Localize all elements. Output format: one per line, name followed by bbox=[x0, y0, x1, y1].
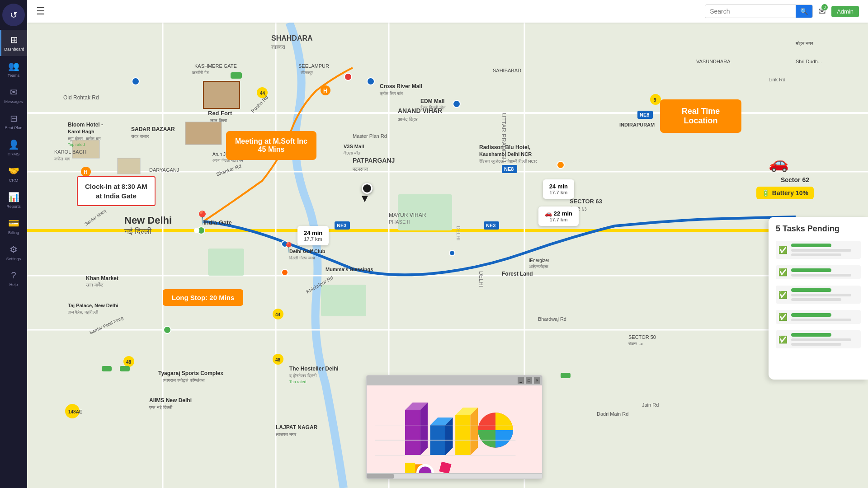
admin-button[interactable]: Admin bbox=[831, 6, 859, 17]
sidebar-item-reports[interactable]: 📊 Reports bbox=[0, 187, 27, 213]
task-item-5[interactable]: ✅ bbox=[776, 330, 861, 348]
svg-text:ईस्ट दिल्ली मॉल: ईस्ट दिल्ली मॉल bbox=[420, 105, 446, 110]
svg-text:MAYUR VIHAR: MAYUR VIHAR bbox=[389, 212, 426, 218]
svg-text:SECTOR 63: SECTOR 63 bbox=[570, 198, 602, 205]
task-lines-4 bbox=[791, 313, 858, 321]
clock-in-line2: at India Gate bbox=[85, 191, 147, 201]
map-container[interactable]: SHAHDARA शाहदरा ANAND VIHAR आनंद विहार P… bbox=[27, 23, 868, 488]
battery-label: Battery 10% bbox=[772, 189, 808, 197]
sidebar-item-hrms[interactable]: 👤 HRMS bbox=[0, 135, 27, 161]
sidebar-item-dashboard[interactable]: ⊞ Dashboard bbox=[0, 30, 27, 56]
sector-62-label: Sector 62 bbox=[781, 176, 809, 183]
svg-text:Shri Dudh...: Shri Dudh... bbox=[796, 59, 822, 64]
svg-text:DELHI: DELHI bbox=[456, 226, 461, 240]
chart-scrollbar[interactable] bbox=[367, 473, 542, 479]
hamburger-menu[interactable]: ☰ bbox=[36, 5, 45, 17]
topbar: ☰ 🔍 ✉ 0 Admin bbox=[27, 0, 868, 23]
svg-text:DELHI: DELHI bbox=[478, 271, 484, 287]
svg-text:एम्स नई दिल्ली: एम्स नई दिल्ली bbox=[149, 405, 173, 410]
settings-icon: ⚙ bbox=[9, 244, 18, 255]
svg-text:LAJPAT NAGAR: LAJPAT NAGAR bbox=[276, 424, 318, 431]
chart-window[interactable]: _ □ × bbox=[366, 375, 542, 479]
dist1: 17.7 km bbox=[549, 190, 568, 195]
svg-text:Bhardwaj Rd: Bhardwaj Rd bbox=[538, 316, 566, 322]
real-time-location-box: Real Time Location bbox=[660, 99, 741, 133]
svg-text:VASUNDHARA: VASUNDHARA bbox=[696, 59, 731, 64]
task-line2-1 bbox=[791, 249, 851, 252]
svg-text:खान मार्केट: खान मार्केट bbox=[85, 282, 104, 287]
long-stop-box: Long Stop: 20 Mins bbox=[163, 289, 243, 306]
task-item-3[interactable]: ✅ bbox=[776, 286, 861, 304]
messages-icon: ✉ bbox=[10, 87, 18, 98]
svg-text:सदर बाज़ार: सदर बाज़ार bbox=[131, 134, 149, 139]
task-line1-1 bbox=[791, 244, 831, 247]
task-line2-2 bbox=[791, 274, 851, 277]
svg-text:ब्लूम होटल - करोल बाग: ब्लूम होटल - करोल बाग bbox=[67, 136, 101, 141]
svg-point-127 bbox=[367, 78, 374, 85]
svg-text:SAHIBABAD: SAHIBABAD bbox=[493, 68, 521, 73]
sidebar-item-teams[interactable]: 👥 Teams bbox=[0, 56, 27, 82]
svg-text:दिल्ली गोल्फ क्लब: दिल्ली गोल्फ क्लब bbox=[289, 255, 315, 260]
search-box: 🔍 bbox=[705, 5, 813, 18]
sidebar-label-beat-plan: Beat Plan bbox=[5, 126, 22, 130]
svg-marker-140 bbox=[420, 403, 428, 455]
chart-titlebar: _ □ × bbox=[367, 375, 542, 385]
sidebar-item-help[interactable]: ? Help bbox=[0, 266, 27, 291]
svg-text:9: 9 bbox=[654, 98, 656, 103]
svg-text:NE3: NE3 bbox=[486, 223, 495, 228]
battery-box: 🔋 Battery 10% bbox=[756, 187, 814, 199]
sidebar-logo[interactable]: ↺ bbox=[2, 4, 25, 26]
svg-text:148AE: 148AE bbox=[68, 409, 82, 414]
reports-icon: 📊 bbox=[8, 192, 19, 202]
svg-text:Bloom Hotel -: Bloom Hotel - bbox=[68, 122, 103, 128]
svg-text:AIIMS New Delhi: AIIMS New Delhi bbox=[149, 397, 192, 404]
chart-minimize-btn[interactable]: _ bbox=[518, 377, 524, 384]
main-content: ☰ 🔍 ✉ 0 Admin bbox=[27, 0, 868, 488]
chart-scrollbar-thumb[interactable] bbox=[367, 474, 394, 479]
svg-text:EDM Mall: EDM Mall bbox=[420, 98, 444, 104]
task-line3-1 bbox=[791, 253, 841, 256]
car-marker: 🚗 bbox=[769, 154, 789, 173]
task-item-4[interactable]: ✅ bbox=[776, 310, 861, 324]
svg-rect-12 bbox=[321, 285, 366, 316]
task-line2-3 bbox=[791, 294, 851, 296]
sidebar-label-billing: Billing bbox=[8, 230, 19, 235]
stop-pin: 📍 bbox=[283, 242, 295, 253]
svg-rect-117 bbox=[120, 366, 130, 371]
task-item-2[interactable]: ✅ bbox=[776, 265, 861, 279]
svg-point-126 bbox=[132, 78, 139, 85]
task-check-icon-3: ✅ bbox=[778, 291, 788, 299]
svg-rect-66 bbox=[203, 81, 240, 108]
sidebar-item-billing[interactable]: 💳 Billing bbox=[0, 213, 27, 239]
sidebar-item-crm[interactable]: 🤝 CRM bbox=[0, 161, 27, 187]
svg-text:लाजपत नगर: लाजपत नगर bbox=[275, 432, 297, 437]
time-distance-box-1: 24 min 17.7 km bbox=[543, 179, 574, 199]
svg-point-120 bbox=[282, 269, 288, 276]
chart-restore-btn[interactable]: □ bbox=[526, 377, 532, 384]
task-item-1[interactable]: ✅ bbox=[776, 241, 861, 259]
task-line1-2 bbox=[791, 268, 831, 272]
search-button[interactable]: 🔍 bbox=[796, 5, 812, 18]
search-input[interactable] bbox=[705, 5, 796, 18]
time-distance-box-2: 🚗 22 min 17.7 km bbox=[538, 206, 579, 226]
svg-text:Old Rohtak Rd: Old Rohtak Rd bbox=[63, 94, 99, 101]
meeting-line1: Meeting at M.Soft Inc bbox=[235, 137, 307, 145]
task-lines-1 bbox=[791, 244, 858, 256]
task-line1-4 bbox=[791, 313, 831, 317]
topbar-right: 🔍 ✉ 0 Admin bbox=[705, 5, 859, 18]
svg-text:PATPARGANJ: PATPARGANJ bbox=[353, 157, 395, 164]
svg-text:SHAHDARA: SHAHDARA bbox=[271, 34, 313, 42]
svg-rect-148 bbox=[439, 462, 451, 474]
svg-rect-115 bbox=[561, 373, 571, 378]
tasks-title: 5 Tasks Pending bbox=[776, 224, 861, 234]
sidebar-item-messages[interactable]: ✉ Messages bbox=[0, 82, 27, 108]
sidebar-item-beat-plan[interactable]: ⊟ Beat Plan bbox=[0, 108, 27, 135]
svg-text:V3S Mall: V3S Mall bbox=[344, 144, 364, 149]
svg-text:वी3एस मॉल: वी3एस मॉल bbox=[343, 151, 360, 155]
sidebar-item-settings[interactable]: ⚙ Settings bbox=[0, 239, 27, 266]
svg-rect-114 bbox=[231, 72, 242, 79]
task-lines-2 bbox=[791, 268, 858, 277]
svg-text:44: 44 bbox=[275, 312, 281, 317]
svg-text:KAROL BAGH: KAROL BAGH bbox=[54, 149, 86, 155]
chart-close-btn[interactable]: × bbox=[534, 377, 540, 384]
